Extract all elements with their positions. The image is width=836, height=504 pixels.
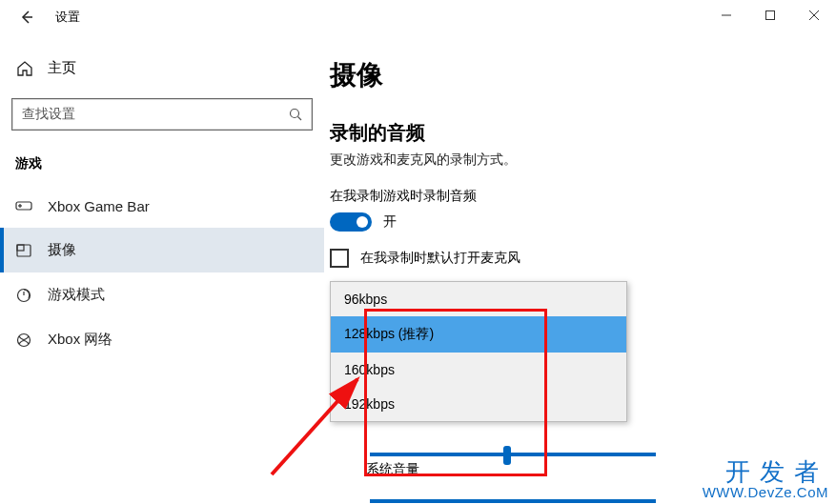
bitrate-option-selected[interactable]: 128kbps (推荐) <box>331 316 626 353</box>
sidebar-item-label: 摄像 <box>48 241 76 259</box>
sidebar-home[interactable]: 主页 <box>0 51 324 85</box>
system-volume-label: 系统音量 <box>366 461 419 478</box>
page-title: 摄像 <box>330 57 836 93</box>
svg-line-6 <box>298 117 302 121</box>
record-audio-toggle[interactable] <box>330 212 372 232</box>
sidebar-group-header: 游戏 <box>0 148 324 184</box>
capture-icon <box>13 242 34 259</box>
bitrate-dropdown-list[interactable]: 96kbps 128kbps (推荐) 160kbps 192kbps <box>330 281 627 422</box>
game-mode-icon <box>13 287 34 304</box>
section-title: 录制的音频 <box>330 120 836 146</box>
search-placeholder: 查找设置 <box>12 106 279 123</box>
search-input[interactable]: 查找设置 <box>11 98 313 131</box>
slider-track-2[interactable] <box>370 499 656 503</box>
checkbox-label: 在我录制时默认打开麦克风 <box>360 250 520 267</box>
sidebar-item-game-mode[interactable]: 游戏模式 <box>0 272 324 317</box>
toggle-state-label: 开 <box>383 213 397 231</box>
bitrate-option[interactable]: 96kbps <box>331 282 626 316</box>
slider-track[interactable] <box>370 453 656 456</box>
minimize-button[interactable] <box>704 0 748 30</box>
bitrate-option[interactable]: 192kbps <box>331 387 626 421</box>
maximize-icon <box>765 10 776 21</box>
svg-rect-11 <box>17 245 24 251</box>
bitrate-option[interactable]: 160kbps <box>331 353 626 387</box>
svg-rect-2 <box>766 11 775 20</box>
sidebar-item-label: Xbox 网络 <box>48 331 112 349</box>
section-subtitle: 更改游戏和麦克风的录制方式。 <box>330 151 836 169</box>
toggle-knob <box>357 216 368 228</box>
close-icon <box>808 10 820 21</box>
window-controls <box>704 0 836 30</box>
toggle-caption: 在我录制游戏时录制音频 <box>330 188 836 205</box>
arrow-left-icon <box>19 10 34 25</box>
mic-default-checkbox[interactable] <box>330 249 349 268</box>
content-pane: 摄像 录制的音频 更改游戏和麦克风的录制方式。 在我录制游戏时录制音频 开 在我… <box>324 34 836 504</box>
slider-thumb[interactable] <box>503 446 511 465</box>
maximize-button[interactable] <box>748 0 792 30</box>
svg-point-5 <box>291 110 299 118</box>
sidebar-item-label: Xbox Game Bar <box>48 198 150 214</box>
sidebar-home-label: 主页 <box>48 59 76 77</box>
sidebar-item-xbox-network[interactable]: Xbox 网络 <box>0 317 324 362</box>
sidebar-item-xbox-game-bar[interactable]: Xbox Game Bar <box>0 184 324 228</box>
game-bar-icon <box>13 197 34 214</box>
sidebar-item-capture[interactable]: 摄像 <box>0 228 324 272</box>
sidebar-item-label: 游戏模式 <box>48 286 105 304</box>
minimize-icon <box>721 10 732 21</box>
home-icon <box>15 60 34 77</box>
window-title: 设置 <box>55 9 80 26</box>
search-icon <box>279 107 312 122</box>
close-button[interactable] <box>792 0 836 30</box>
sidebar: 主页 查找设置 游戏 Xbox Game Bar 摄像 游戏模式 <box>0 34 324 504</box>
back-button[interactable] <box>11 2 42 32</box>
xbox-net-icon <box>13 332 34 349</box>
